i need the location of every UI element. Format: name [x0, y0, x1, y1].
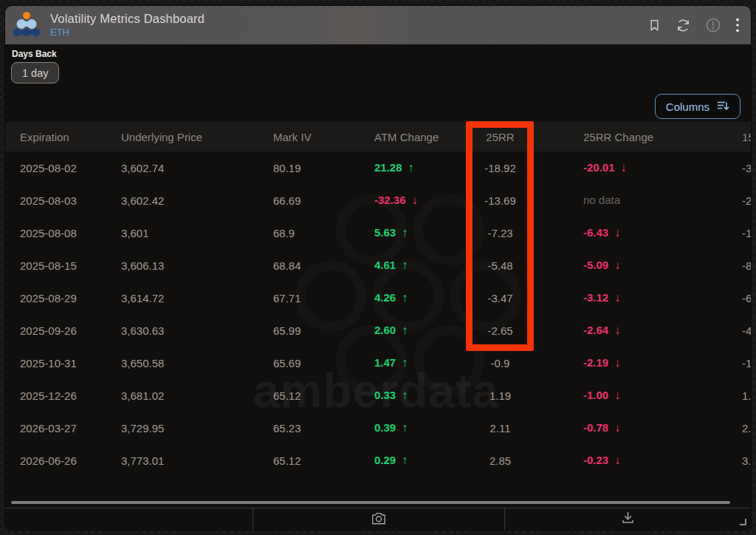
cell-mark-iv: 65.12 — [273, 389, 374, 402]
cell-25rr: -7.23 — [467, 227, 533, 239]
cell-25rr-change: -3.12↓ — [533, 291, 742, 304]
info-icon[interactable] — [705, 17, 721, 33]
volatility-table: Expiration Underlying Price Mark IV ATM … — [5, 122, 751, 477]
cell-mark-iv: 66.69 — [273, 194, 374, 207]
header-expiration[interactable]: Expiration — [20, 131, 121, 143]
column-sort-icon — [717, 100, 729, 114]
amberdata-logo-icon — [12, 10, 41, 41]
title-bar: Volatility Metrics Dashboard ETH — [5, 6, 751, 44]
cell-expiration: 2026-06-26 — [20, 454, 121, 467]
table-row[interactable]: 2025-09-26 3,630.63 65.99 2.60↑ -2.65 -2… — [5, 314, 751, 347]
cell-mark-iv: 67.71 — [273, 292, 374, 304]
cell-25rr: 2.85 — [467, 454, 533, 467]
trend-arrow-icon: ↑ — [402, 389, 408, 401]
volatility-dashboard-widget: amberdata Volatility Metrics Dashboard E… — [5, 6, 751, 530]
trend-arrow-icon: ↑ — [408, 161, 414, 174]
cell-25rr-change: -6.43↓ — [533, 226, 742, 239]
table-row[interactable]: 2025-12-26 3,681.02 65.12 0.33↑ 1.19 -1.… — [5, 379, 751, 412]
cell-atm-change: 0.29↑ — [374, 454, 467, 467]
cell-15rr-clipped: -4. — [742, 324, 751, 337]
cell-15rr-clipped: -1. — [742, 357, 751, 369]
cell-25rr: 2.11 — [467, 422, 533, 435]
cell-25rr: -3.47 — [467, 292, 533, 304]
table-header-row: Expiration Underlying Price Mark IV ATM … — [5, 122, 751, 151]
columns-button-label: Columns — [666, 100, 709, 113]
kebab-menu-icon[interactable] — [735, 17, 740, 33]
cell-25rr-change: -2.19↓ — [533, 356, 742, 369]
trend-arrow-icon: ↓ — [614, 259, 620, 271]
resize-handle[interactable] — [740, 519, 746, 525]
cell-atm-change: 0.33↑ — [374, 389, 467, 402]
table-row[interactable]: 2025-10-31 3,650.58 65.69 1.47↑ -0.9 -2.… — [5, 347, 751, 379]
table-row[interactable]: 2026-06-26 3,773.01 65.12 0.29↑ 2.85 -0.… — [5, 444, 751, 477]
cell-expiration: 2025-08-03 — [20, 194, 121, 207]
cell-atm-change: 1.47↑ — [374, 356, 467, 369]
cell-underlying-price: 3,601 — [121, 227, 273, 239]
header-15rr-clipped[interactable]: 15 — [742, 131, 751, 143]
header-atm-change[interactable]: ATM Change — [374, 131, 467, 143]
header-25rr-change[interactable]: 25RR Change — [533, 131, 742, 143]
cell-underlying-price: 3,602.74 — [121, 162, 273, 174]
cell-mark-iv: 68.84 — [273, 259, 374, 272]
cell-underlying-price: 3,650.58 — [121, 357, 273, 369]
cell-15rr-clipped: 3.2 — [742, 454, 751, 467]
cell-25rr-change: -5.09↓ — [533, 259, 742, 272]
columns-button[interactable]: Columns — [655, 94, 740, 119]
trend-arrow-icon: ↑ — [402, 356, 408, 369]
days-back-value: 1 day — [22, 67, 48, 79]
table-row[interactable]: 2025-08-03 3,602.42 66.69 -32.36↓ -13.69… — [5, 184, 751, 217]
trend-arrow-icon: ↑ — [402, 226, 408, 239]
cell-15rr-clipped: -30 — [742, 162, 751, 174]
trend-arrow-icon: ↓ — [621, 161, 627, 174]
trend-arrow-icon: ↑ — [402, 454, 408, 466]
trend-arrow-icon: ↓ — [412, 194, 418, 206]
horizontal-scrollbar[interactable] — [11, 501, 730, 504]
cell-15rr-clipped: -22 — [742, 194, 751, 207]
header-25rr[interactable]: 25RR — [467, 131, 533, 143]
table-row[interactable]: 2025-08-29 3,614.72 67.71 4.26↑ -3.47 -3… — [5, 282, 751, 314]
screenshot-button[interactable] — [253, 508, 505, 530]
days-back-selector[interactable]: 1 day — [11, 62, 59, 84]
table-row[interactable]: 2025-08-08 3,601 68.9 5.63↑ -7.23 -6.43↓… — [5, 217, 751, 249]
trend-arrow-icon: ↓ — [614, 226, 620, 239]
table-row[interactable]: 2026-03-27 3,729.95 65.23 0.39↑ 2.11 -0.… — [5, 412, 751, 444]
header-mark-iv[interactable]: Mark IV — [273, 131, 374, 143]
table-row[interactable]: 2025-08-02 3,602.74 80.19 21.28↑ -18.92 … — [5, 151, 751, 184]
refresh-icon[interactable] — [676, 18, 691, 33]
cell-mark-iv: 65.69 — [273, 357, 374, 369]
cell-expiration: 2026-03-27 — [20, 422, 121, 435]
bookmark-icon[interactable] — [647, 18, 662, 33]
cell-25rr-change: -0.78↓ — [533, 421, 742, 435]
footer-empty-cell — [5, 508, 253, 530]
days-back-label: Days Back — [12, 49, 57, 59]
cell-25rr-change: -0.23↓ — [533, 454, 742, 467]
widget-title: Volatility Metrics Dashboard — [50, 12, 205, 26]
cell-25rr: -13.69 — [467, 194, 533, 207]
header-underlying-price[interactable]: Underlying Price — [121, 131, 273, 143]
trend-arrow-icon: ↓ — [614, 421, 620, 434]
trend-arrow-icon: ↑ — [402, 421, 408, 434]
cell-25rr: 1.19 — [467, 389, 533, 402]
download-icon — [620, 510, 636, 528]
cell-expiration: 2025-10-31 — [20, 357, 121, 369]
cell-atm-change: 4.61↑ — [374, 259, 467, 272]
cell-underlying-price: 3,681.02 — [121, 389, 273, 402]
trend-arrow-icon: ↑ — [402, 324, 408, 336]
cell-atm-change: 21.28↑ — [374, 161, 467, 174]
table-body: 2025-08-02 3,602.74 80.19 21.28↑ -18.92 … — [5, 151, 751, 477]
cell-atm-change: 4.26↑ — [374, 291, 467, 304]
asset-label: ETH — [50, 27, 205, 38]
download-button[interactable] — [505, 508, 751, 530]
cell-expiration: 2025-08-02 — [20, 162, 121, 174]
cell-atm-change: 2.60↑ — [374, 324, 467, 337]
cell-25rr-change: -2.64↓ — [533, 324, 742, 337]
table-row[interactable]: 2025-08-15 3,606.13 68.84 4.61↑ -5.48 -5… — [5, 249, 751, 282]
cell-15rr-clipped: -12 — [742, 227, 751, 239]
cell-15rr-clipped: 2.4 — [742, 422, 751, 435]
cell-underlying-price: 3,630.63 — [121, 324, 273, 337]
cell-expiration: 2025-08-15 — [20, 259, 121, 272]
trend-arrow-icon: ↓ — [614, 356, 620, 369]
cell-atm-change: -32.36↓ — [374, 194, 467, 207]
cell-atm-change: 5.63↑ — [374, 226, 467, 239]
cell-underlying-price: 3,614.72 — [121, 292, 273, 304]
